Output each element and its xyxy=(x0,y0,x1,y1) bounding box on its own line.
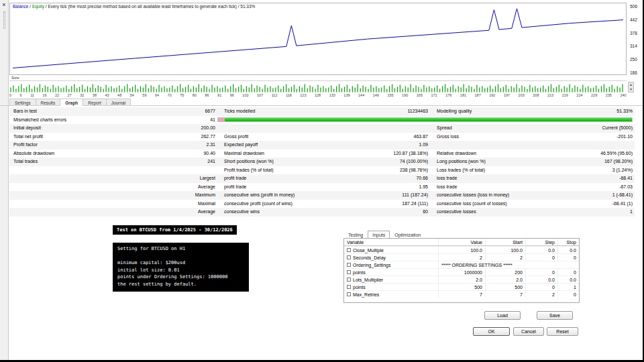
param-stop[interactable]: 0 xyxy=(557,291,579,298)
tester-tab-graph[interactable]: Graph xyxy=(60,99,83,106)
close-icon[interactable]: × xyxy=(1,1,8,9)
drag-grip[interactable] xyxy=(3,11,5,29)
lot-size-bars xyxy=(9,82,627,93)
report-label: loss trade xyxy=(430,183,568,192)
optimize-checkbox[interactable] xyxy=(347,248,351,252)
optimize-checkbox[interactable] xyxy=(347,255,351,259)
y-axis-tick: 378 xyxy=(630,31,643,36)
report-label: Bars in test xyxy=(9,107,144,116)
quality-bar-mismatch-segment xyxy=(218,118,225,121)
param-value[interactable]: 7 xyxy=(438,291,485,298)
optimize-checkbox[interactable] xyxy=(347,270,351,274)
report-value: 167 (98.20%) xyxy=(568,158,635,166)
chart-legend: Balance / Equity / Every tick (the most … xyxy=(13,4,255,9)
optimize-checkbox[interactable] xyxy=(347,263,351,267)
param-stop[interactable]: 0 xyxy=(557,269,579,276)
legend-equity-label: Equity xyxy=(32,4,44,9)
optimize-checkbox[interactable] xyxy=(347,292,351,296)
param-start[interactable]: 200 xyxy=(485,269,525,276)
param-step[interactable]: 0.0 xyxy=(525,276,557,283)
report-row: Maximumconsecutive wins (profit in money… xyxy=(9,191,635,200)
tester-tab-journal[interactable]: Journal xyxy=(107,99,131,106)
report-value: 51.33% xyxy=(568,107,635,116)
param-start[interactable]: 2.0 xyxy=(485,276,525,283)
report-label xyxy=(217,124,358,133)
param-step[interactable]: 0 xyxy=(525,284,557,290)
cancel-button[interactable]: Cancel xyxy=(513,327,544,336)
report-value: 3 (1.24%) xyxy=(568,166,635,175)
x-axis-tick: 203 xyxy=(519,93,525,97)
variable-name: Close_Multiple xyxy=(353,247,384,253)
modelling-quality-bar xyxy=(217,117,633,122)
report-row: Averageconsecutive wins60consecutive los… xyxy=(9,208,635,217)
variable-cell: points xyxy=(344,284,438,290)
param-start[interactable]: 100.0 xyxy=(485,247,525,253)
x-axis-tick: 229 xyxy=(591,93,597,97)
param-value[interactable]: 2.0 xyxy=(438,276,485,283)
column-header-stop: Stop xyxy=(557,239,579,245)
param-step[interactable]: 2 xyxy=(525,291,557,298)
param-start[interactable]: 500 xyxy=(485,284,525,290)
x-axis-tick: 32 xyxy=(80,93,84,97)
report-value: -68.41 xyxy=(568,174,635,183)
tester-tab-results[interactable]: Results xyxy=(36,99,61,106)
load-button[interactable]: Load xyxy=(484,311,521,320)
x-axis-tick: 208 xyxy=(533,93,539,97)
param-value[interactable]: 500 xyxy=(438,284,485,290)
optimize-checkbox[interactable] xyxy=(347,285,351,289)
param-start[interactable]: 2 xyxy=(485,254,525,261)
optimize-checkbox[interactable] xyxy=(347,278,351,282)
param-value[interactable]: 2 xyxy=(438,254,485,261)
param-value[interactable]: ***** ORDERING SETTINGS ***** xyxy=(438,261,579,268)
x-axis-tick: 128 xyxy=(315,93,321,97)
param-stop[interactable]: 0.0 xyxy=(557,247,579,253)
report-value: Current (5000) xyxy=(568,124,635,133)
param-step[interactable]: 0.0 xyxy=(525,247,557,253)
report-value: 187.24 (111) xyxy=(358,200,430,208)
param-stop[interactable]: 0 xyxy=(557,254,579,261)
report-value: 1.09 xyxy=(358,141,430,149)
strategy-tester-window: × Balance / Equity / Every tick (the mos… xyxy=(0,0,644,362)
x-axis-tick: 107 xyxy=(257,93,263,97)
spinner-down-icon[interactable]: ▼ xyxy=(629,87,633,92)
x-axis-tick: 11 xyxy=(30,93,34,97)
param-stop[interactable]: 0.0 xyxy=(557,276,579,283)
report-label: Spread xyxy=(430,124,568,133)
x-axis-tick: 139 xyxy=(343,93,350,97)
reset-button[interactable]: Reset xyxy=(547,327,578,336)
save-button[interactable]: Save xyxy=(537,311,573,320)
param-value[interactable]: 100.0 xyxy=(438,247,485,253)
tester-tab-bar: SettingsResultsGraphReportJournal xyxy=(9,99,131,106)
report-label: Relative drawdown xyxy=(430,149,568,158)
quality-bar-quality-segment xyxy=(225,118,632,121)
report-row: Absolute drawdown90.40Maximal drawdown12… xyxy=(9,149,635,158)
column-header-value: Value xyxy=(438,239,485,245)
param-stop[interactable]: 1 xyxy=(557,284,579,290)
x-axis-tick: 112 xyxy=(272,93,278,97)
input-row: Seconds_Delay2200 xyxy=(344,253,579,261)
report-value: 1 (-68.41) xyxy=(568,191,635,200)
param-start[interactable]: 7 xyxy=(485,291,525,298)
report-value xyxy=(568,141,635,149)
x-axis-tick: 197 xyxy=(504,93,510,97)
param-step[interactable]: 0 xyxy=(525,254,557,261)
param-step[interactable]: 0 xyxy=(525,269,557,276)
report-label xyxy=(9,200,144,208)
report-row: Profit trades (% of total)238 (98.76%)Lo… xyxy=(9,166,635,175)
tester-tab-settings[interactable]: Settings xyxy=(9,99,36,106)
report-value: Average xyxy=(144,208,217,217)
report-label: consecutive profit (count of wins) xyxy=(217,200,358,208)
report-value: Maximal xyxy=(144,200,217,208)
ok-button[interactable]: OK xyxy=(473,327,510,336)
report-label: Profit trades (% of total) xyxy=(217,166,358,175)
size-scroll-spinner[interactable]: ▲ ▼ xyxy=(628,82,634,93)
report-value: 238 (98.76%) xyxy=(358,166,430,175)
param-value[interactable]: 1000000 xyxy=(438,269,485,276)
report-value: Average xyxy=(144,183,217,192)
x-axis-tick: 70 xyxy=(168,93,172,97)
tester-tab-report[interactable]: Report xyxy=(83,99,107,106)
report-label xyxy=(9,166,144,175)
x-axis-tick: 149 xyxy=(373,93,379,97)
spinner-up-icon[interactable]: ▲ xyxy=(629,82,633,87)
report-value: 111 (187.24) xyxy=(358,191,430,200)
